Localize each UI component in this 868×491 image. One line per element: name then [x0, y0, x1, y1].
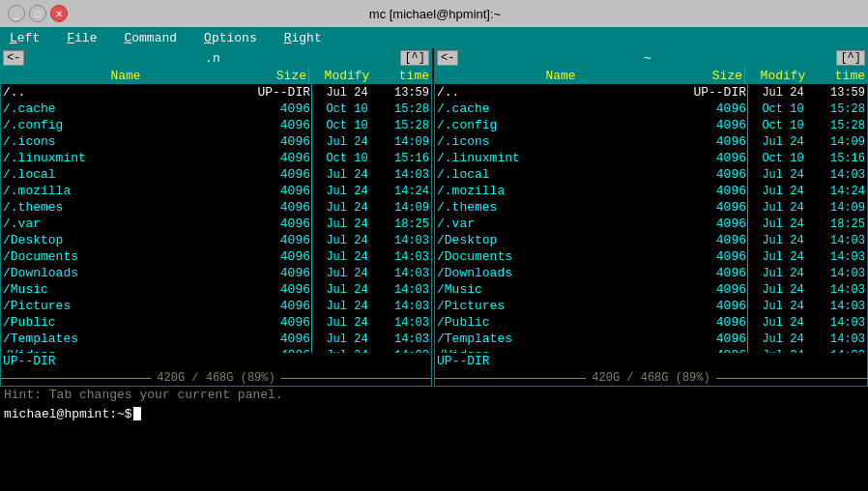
- right-col-name: Name: [437, 69, 684, 83]
- fkeys-bar: [0, 423, 868, 443]
- right-file-row[interactable]: /.icons 4096 Jul 24 14:09: [435, 133, 867, 150]
- left-file-modify: Jul 24: [313, 250, 381, 264]
- left-file-time: 15:16: [381, 152, 429, 165]
- left-file-time: 14:09: [381, 135, 429, 149]
- right-file-row[interactable]: /Pictures 4096 Jul 24 14:03: [435, 298, 867, 314]
- left-file-row[interactable]: /.local 4096 Jul 24 14:03: [1, 166, 431, 183]
- right-file-modify: Oct 10: [749, 119, 817, 132]
- right-file-row[interactable]: /.. UP--DIR Jul 24 13:59: [435, 84, 867, 101]
- right-file-name: /.local: [437, 167, 688, 182]
- right-file-row[interactable]: /Music 4096 Jul 24 14:03: [435, 281, 867, 298]
- right-file-size: 4096: [688, 233, 746, 247]
- left-file-row[interactable]: /Public 4096 Jul 24 14:03: [1, 314, 431, 331]
- left-file-row[interactable]: /.cache 4096 Oct 10 15:28: [1, 101, 431, 117]
- menu-file[interactable]: File: [61, 30, 102, 46]
- command-line[interactable]: michael@hpmint:~$: [0, 404, 868, 423]
- left-col-size: Size: [248, 69, 306, 83]
- left-file-row[interactable]: /.. UP--DIR Jul 24 13:59: [1, 84, 431, 101]
- menu-options[interactable]: Options: [198, 30, 263, 46]
- left-file-size: 4096: [252, 266, 310, 280]
- left-file-time: 14:03: [381, 234, 429, 247]
- right-col-header: Name Size Modify time: [435, 67, 867, 84]
- left-file-size: 4096: [252, 134, 310, 149]
- left-panel-label: .n: [24, 51, 400, 66]
- right-file-size: 4096: [688, 217, 746, 231]
- left-file-size: 4096: [252, 315, 310, 330]
- right-file-row[interactable]: /Documents 4096 Jul 24 14:03: [435, 248, 867, 265]
- right-file-row[interactable]: /Templates 4096 Jul 24 14:03: [435, 331, 867, 347]
- left-file-name: /Desktop: [3, 233, 252, 247]
- right-file-row[interactable]: /.config 4096 Oct 10 15:28: [435, 117, 867, 133]
- menu-left[interactable]: Left: [4, 30, 45, 46]
- right-file-modify: Jul 24: [749, 283, 817, 297]
- menubar: Left File Command Options Right: [0, 27, 868, 48]
- right-file-size: 4096: [688, 315, 746, 330]
- right-file-name: /..: [437, 85, 688, 100]
- right-file-row[interactable]: /Downloads 4096 Jul 24 14:03: [435, 265, 867, 281]
- right-file-time: 13:59: [817, 86, 865, 100]
- left-file-time: 14:03: [381, 316, 429, 330]
- right-file-time: 15:28: [817, 119, 865, 132]
- left-file-row[interactable]: /.config 4096 Oct 10 15:28: [1, 117, 431, 133]
- left-col-modify: Modify: [313, 69, 381, 83]
- left-file-size: 4096: [252, 332, 310, 346]
- hint-text: Hint: Tab changes your current panel.: [4, 388, 283, 402]
- right-file-name: /Desktop: [437, 233, 688, 247]
- right-file-name: /.linuxmint: [437, 151, 688, 165]
- left-file-row[interactable]: /.var 4096 Jul 24 18:25: [1, 216, 431, 232]
- minimize-button[interactable]: _: [8, 5, 25, 22]
- right-file-row[interactable]: /.var 4096 Jul 24 18:25: [435, 216, 867, 232]
- left-file-modify: Jul 24: [313, 283, 381, 297]
- left-file-time: 14:03: [381, 300, 429, 313]
- left-file-row[interactable]: /Music 4096 Jul 24 14:03: [1, 281, 431, 298]
- left-file-row[interactable]: /Templates 4096 Jul 24 14:03: [1, 331, 431, 347]
- left-file-name: /Downloads: [3, 266, 252, 280]
- left-file-time: 15:28: [381, 119, 429, 132]
- right-file-time: 14:24: [817, 185, 865, 198]
- menu-right[interactable]: Right: [278, 30, 328, 46]
- right-file-name: /.cache: [437, 101, 688, 116]
- left-nav-right[interactable]: [^]: [400, 50, 429, 66]
- right-nav-left[interactable]: <-: [437, 50, 458, 66]
- right-file-size: 4096: [688, 167, 746, 182]
- right-file-size: 4096: [688, 266, 746, 280]
- left-file-name: /..: [3, 85, 252, 100]
- right-file-modify: Oct 10: [749, 102, 817, 116]
- right-file-modify: Jul 24: [749, 316, 817, 330]
- right-file-row[interactable]: /.mozilla 4096 Jul 24 14:24: [435, 183, 867, 199]
- right-file-time: 15:28: [817, 102, 865, 116]
- right-file-row[interactable]: /.local 4096 Jul 24 14:03: [435, 166, 867, 183]
- right-file-name: /Music: [437, 282, 688, 297]
- left-file-modify: Jul 24: [313, 234, 381, 247]
- left-file-modify: Jul 24: [313, 201, 381, 215]
- left-file-row[interactable]: /Documents 4096 Jul 24 14:03: [1, 248, 431, 265]
- left-file-row[interactable]: /Pictures 4096 Jul 24 14:03: [1, 298, 431, 314]
- right-file-row[interactable]: /.linuxmint 4096 Oct 10 15:16: [435, 150, 867, 166]
- left-file-row[interactable]: /.linuxmint 4096 Oct 10 15:16: [1, 150, 431, 166]
- left-file-row[interactable]: /.themes 4096 Jul 24 14:09: [1, 199, 431, 216]
- left-col-time: time: [381, 69, 429, 83]
- close-button[interactable]: ✕: [50, 5, 68, 22]
- right-file-row[interactable]: /.cache 4096 Oct 10 15:28: [435, 101, 867, 117]
- left-file-row[interactable]: /.mozilla 4096 Jul 24 14:24: [1, 183, 431, 199]
- right-file-size: 4096: [688, 249, 746, 264]
- left-file-row[interactable]: /Downloads 4096 Jul 24 14:03: [1, 265, 431, 281]
- menu-command[interactable]: Command: [118, 30, 183, 46]
- left-file-modify: Jul 24: [313, 316, 381, 330]
- right-nav-right[interactable]: [^]: [836, 50, 865, 66]
- left-file-size: 4096: [252, 151, 310, 165]
- right-file-modify: Jul 24: [749, 332, 817, 346]
- right-file-time: 14:03: [817, 168, 865, 182]
- left-file-time: 14:03: [381, 168, 429, 182]
- right-file-row[interactable]: /Public 4096 Jul 24 14:03: [435, 314, 867, 331]
- left-file-row[interactable]: /.icons 4096 Jul 24 14:09: [1, 133, 431, 150]
- maximize-button[interactable]: □: [29, 5, 46, 22]
- left-file-row[interactable]: /Desktop 4096 Jul 24 14:03: [1, 232, 431, 248]
- left-file-name: /.mozilla: [3, 184, 252, 198]
- left-file-time: 14:03: [381, 250, 429, 264]
- left-file-modify: Jul 24: [313, 185, 381, 198]
- left-nav-left[interactable]: <-: [3, 50, 24, 66]
- right-file-row[interactable]: /.themes 4096 Jul 24 14:09: [435, 199, 867, 216]
- right-col-time: time: [817, 69, 865, 83]
- right-file-row[interactable]: /Desktop 4096 Jul 24 14:03: [435, 232, 867, 248]
